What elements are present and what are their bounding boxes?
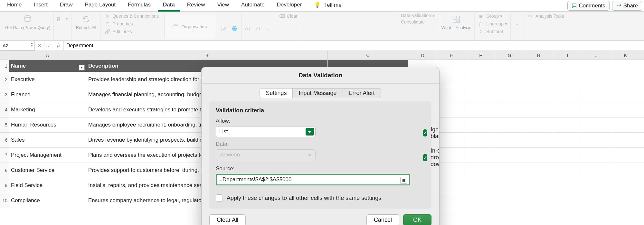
row-header-6[interactable]: 6 [0,133,9,148]
cell[interactable] [524,148,553,163]
formula-accept-button[interactable]: ✓ [44,41,54,51]
cell[interactable] [437,102,466,117]
cell[interactable] [582,133,611,147]
cell[interactable] [553,117,582,132]
cell[interactable] [437,163,466,178]
cell[interactable] [495,72,524,87]
cell[interactable] [582,102,611,117]
col-header-A[interactable]: A [9,51,86,60]
cell[interactable] [553,72,582,87]
clear-all-button[interactable]: Clear All [209,214,246,225]
dialog-tab-input-message[interactable]: Input Message [292,88,343,98]
group-button[interactable]: ▣ Group ▾ [478,13,507,19]
tab-draw[interactable]: Draw [55,0,78,12]
col-header-G[interactable]: G [495,51,524,60]
row-header-9[interactable]: 9 [0,178,9,193]
row-header-10[interactable]: 10 [0,193,9,208]
edit-links-button[interactable]: 🔗 Edit Links [104,28,159,35]
data-validation-button[interactable]: Data Validation ▾ [401,13,435,18]
cell[interactable] [495,102,524,117]
pivot-icon[interactable]: ▦ [55,15,62,22]
cell[interactable] [495,178,524,193]
cell[interactable] [524,178,553,193]
cell[interactable] [466,102,495,117]
cell[interactable] [437,60,466,72]
cell[interactable] [466,72,495,87]
ignore-blank-checkbox[interactable]: ✓ Ignore blank [423,126,440,140]
formula-input[interactable] [64,41,644,51]
cell[interactable] [553,163,582,178]
cell[interactable] [466,117,495,132]
cell[interactable] [611,163,640,178]
row-header-7[interactable]: 7 [0,148,9,163]
tab-data[interactable]: Data [158,0,180,12]
cell[interactable] [495,163,524,178]
cancel-button[interactable]: Cancel [366,214,399,225]
cell[interactable] [524,72,553,87]
cell[interactable] [466,178,495,193]
cell[interactable] [437,148,466,163]
cell[interactable] [611,72,640,87]
row-header-4[interactable]: 4 [0,102,9,117]
cell[interactable] [611,193,640,208]
cell[interactable] [437,133,466,147]
queries-connections-button[interactable]: ⎋ Queries & Connections [104,13,159,19]
col-header-J[interactable]: J [582,51,611,60]
tab-home[interactable]: Home [2,0,27,12]
fx-button[interactable]: fx [54,41,64,51]
cell[interactable] [437,87,466,102]
cell[interactable] [611,117,640,132]
tab-automate[interactable]: Automate [236,0,270,12]
tab-review[interactable]: Review [182,0,210,12]
stocks-icon[interactable]: 📈 [221,25,227,32]
row-header-5[interactable]: 5 [0,117,9,133]
in-cell-dropdown-checkbox[interactable]: ✓ In-cell drop-down [423,147,440,168]
cell[interactable] [466,193,495,208]
cell[interactable] [553,60,582,72]
formula-cancel-button[interactable]: ✕ [35,41,44,51]
cell[interactable] [611,60,640,72]
filter-toggle-name[interactable]: ▼ [79,65,85,70]
col-header-I[interactable]: I [553,51,582,60]
tell-me[interactable]: 💡 Tell me [309,0,346,12]
col-header-F[interactable]: F [466,51,495,60]
subtotal-button[interactable]: Σ Subtotal [478,28,507,35]
tab-developer[interactable]: Developer [272,0,307,12]
cell[interactable] [524,60,553,72]
analysis-tools-button[interactable]: ⚙ Analysis Tools [527,13,564,19]
tab-insert[interactable]: Insert [29,0,53,12]
consolidate-button[interactable]: Consolidate [401,19,435,24]
row-header-1[interactable]: 1 [0,60,9,72]
col-header-H[interactable]: H [524,51,553,60]
cell[interactable] [495,193,524,208]
what-if-button[interactable]: What-if Analysis [441,13,471,30]
range-picker-button[interactable]: ▦ [400,177,407,184]
get-data-button[interactable]: Get Data (Power Query) [5,13,50,30]
table-header-name[interactable]: Name ▼ [9,60,86,72]
cell[interactable] [437,72,466,87]
cell[interactable]: Compliance [9,193,86,208]
cell[interactable] [553,178,582,193]
cell[interactable] [495,60,524,72]
col-header-C[interactable]: C [328,51,408,60]
allow-select[interactable]: List [216,126,316,137]
sort-az-icon[interactable]: A↓ [245,25,251,32]
filter-icon[interactable]: ▿ [265,25,272,32]
cell[interactable] [553,87,582,102]
clear-filter-button[interactable]: ⌫ Clear [279,13,298,19]
cell[interactable] [524,133,553,147]
ok-button[interactable]: OK [403,214,431,225]
cell[interactable] [524,117,553,132]
cell[interactable] [553,133,582,147]
cell[interactable] [582,60,611,72]
cell[interactable]: Customer Service [9,163,86,178]
cell[interactable] [437,178,466,193]
col-header-E[interactable]: E [437,51,466,60]
cell[interactable] [582,178,611,193]
cell[interactable] [466,87,495,102]
sort-za-icon[interactable]: Z↓ [255,25,261,32]
cell[interactable]: Field Service [9,178,86,193]
dialog-tab-settings[interactable]: Settings [260,88,293,98]
properties-button[interactable]: ☰ Properties [104,21,159,27]
cell[interactable]: Sales [9,133,86,147]
